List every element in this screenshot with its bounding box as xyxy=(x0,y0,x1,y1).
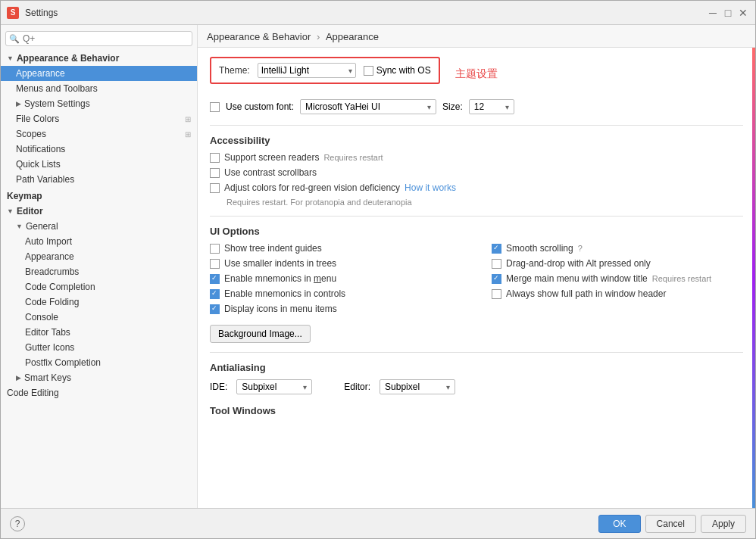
sidebar-item-editor[interactable]: ▼ Editor xyxy=(1,204,197,219)
background-image-button[interactable]: Background Image... xyxy=(210,325,311,343)
window-controls: ─ □ ✕ xyxy=(707,7,749,19)
sidebar-item-editor-appearance[interactable]: Appearance xyxy=(1,249,197,264)
app-icon: S xyxy=(7,7,19,19)
sidebar-item-label: Breadcrumbs xyxy=(25,266,79,277)
mnemonics-menu-checkbox[interactable] xyxy=(210,274,220,284)
smooth-scrolling-checkbox[interactable] xyxy=(492,244,501,254)
sidebar-item-editor-tabs[interactable]: Editor Tabs xyxy=(1,325,197,340)
sidebar-item-label: Appearance & Behavior xyxy=(17,53,119,64)
breadcrumb-separator: › xyxy=(317,31,320,42)
sync-with-os-option[interactable]: Sync with OS xyxy=(364,65,431,76)
scopes-icon: ⊞ xyxy=(185,130,191,139)
sidebar-item-label: Scopes xyxy=(16,129,46,139)
full-path-checkbox[interactable] xyxy=(492,289,501,299)
collapse-arrow: ▼ xyxy=(7,55,14,62)
sidebar-item-console[interactable]: Console xyxy=(1,310,197,325)
chinese-note: 主题设置 xyxy=(455,67,498,81)
close-button[interactable]: ✕ xyxy=(737,7,749,19)
sidebar-item-code-completion[interactable]: Code Completion xyxy=(1,279,197,294)
merge-menu-label: Merge main menu with window title xyxy=(506,273,648,284)
cancel-button[interactable]: Cancel xyxy=(645,515,696,533)
screen-readers-note: Requires restart xyxy=(323,153,383,162)
ok-button[interactable]: OK xyxy=(598,515,640,533)
sidebar-item-smart-keys[interactable]: ▶ Smart Keys xyxy=(1,370,197,385)
breadcrumb: Appearance & Behavior › Appearance xyxy=(207,31,746,42)
ide-anti-arrow: ▾ xyxy=(303,383,307,391)
tree-indent-checkbox[interactable] xyxy=(210,244,220,254)
smooth-scrolling-help[interactable]: ? xyxy=(578,244,583,253)
sidebar-item-gutter-icons[interactable]: Gutter Icons xyxy=(1,340,197,355)
size-select[interactable]: 12 ▾ xyxy=(469,99,514,114)
tree-indent-label: Show tree indent guides xyxy=(224,243,322,254)
title-bar: S Settings ─ □ ✕ xyxy=(1,1,755,25)
collapse-arrow: ▶ xyxy=(16,374,21,382)
sidebar-item-appearance-behavior[interactable]: ▼ Appearance & Behavior xyxy=(1,51,197,66)
editor-antialiasing-select[interactable]: Subpixel ▾ xyxy=(380,379,455,394)
breadcrumb-parent: Appearance & Behavior xyxy=(207,31,311,42)
minimize-button[interactable]: ─ xyxy=(707,7,719,19)
sidebar-item-keymap[interactable]: Keymap xyxy=(1,188,197,204)
panel-header: Appearance & Behavior › Appearance xyxy=(198,25,755,48)
sidebar-item-notifications[interactable]: Notifications xyxy=(1,142,197,157)
maximize-button[interactable]: □ xyxy=(722,7,734,19)
drag-drop-alt-checkbox[interactable] xyxy=(492,259,501,269)
ide-antialiasing-value: Subpixel xyxy=(242,382,300,392)
antialiasing-row: IDE: Subpixel ▾ Editor: Subpixel ▾ xyxy=(210,379,743,394)
antialiasing-title: Antialiasing xyxy=(210,362,743,373)
sidebar-item-postfix-completion[interactable]: Postfix Completion xyxy=(1,355,197,370)
search-input[interactable] xyxy=(23,33,189,44)
search-box[interactable]: 🔍 xyxy=(5,31,192,46)
how-it-works-link[interactable]: How it works xyxy=(405,182,456,193)
tree-indent-option: Show tree indent guides xyxy=(210,243,461,254)
smaller-indents-checkbox[interactable] xyxy=(210,259,220,269)
mnemonics-controls-checkbox[interactable] xyxy=(210,289,220,299)
ide-antialiasing-select[interactable]: Subpixel ▾ xyxy=(236,379,312,394)
editor-label: Editor: xyxy=(344,382,370,392)
color-note: Requires restart. For protanopia and deu… xyxy=(226,198,743,207)
mnemonics-controls-label: Enable mnemonics in controls xyxy=(224,288,345,299)
sidebar-item-code-editing[interactable]: Code Editing xyxy=(1,385,197,400)
theme-select[interactable]: IntelliJ Light ▾ xyxy=(258,63,356,78)
theme-box: Theme: IntelliJ Light ▾ Sync with OS xyxy=(210,57,440,84)
sidebar-item-label: Auto Import xyxy=(25,236,72,247)
sidebar-item-file-colors[interactable]: File Colors ⊞ xyxy=(1,111,197,126)
file-colors-icon: ⊞ xyxy=(185,115,191,123)
sidebar-item-breadcrumbs[interactable]: Breadcrumbs xyxy=(1,264,197,279)
panel-body: Theme: IntelliJ Light ▾ Sync with OS 主题设… xyxy=(198,48,755,508)
screen-readers-label: Support screen readers xyxy=(224,152,319,163)
sidebar-item-general[interactable]: ▼ General xyxy=(1,219,197,234)
sidebar-item-appearance[interactable]: Appearance xyxy=(1,66,197,81)
sidebar-item-auto-import[interactable]: Auto Import xyxy=(1,234,197,249)
window-title: Settings xyxy=(25,8,707,18)
full-path-option: Always show full path in window header xyxy=(492,288,743,299)
sidebar-item-quick-lists[interactable]: Quick Lists xyxy=(1,157,197,172)
sidebar-item-label: Editor Tabs xyxy=(25,327,70,338)
use-custom-font-checkbox[interactable] xyxy=(210,102,220,112)
color-deficiency-checkbox[interactable] xyxy=(210,183,220,193)
size-label: Size: xyxy=(442,101,463,112)
sidebar-item-label: Console xyxy=(25,312,58,322)
sync-os-checkbox[interactable] xyxy=(364,66,373,76)
screen-readers-option: Support screen readers Requires restart xyxy=(210,152,743,163)
display-icons-checkbox[interactable] xyxy=(210,304,220,314)
sidebar-item-code-folding[interactable]: Code Folding xyxy=(1,294,197,310)
ide-label: IDE: xyxy=(210,382,227,392)
screen-readers-checkbox[interactable] xyxy=(210,153,220,163)
sidebar-item-label: Keymap xyxy=(7,191,42,201)
sidebar-item-path-variables[interactable]: Path Variables xyxy=(1,172,197,187)
sidebar-item-menus-toolbars[interactable]: Menus and Toolbars xyxy=(1,81,197,96)
contrast-scrollbars-option: Use contrast scrollbars xyxy=(210,167,743,178)
smaller-indents-label: Use smaller indents in trees xyxy=(224,258,336,269)
drag-drop-alt-label: Drag-and-drop with Alt pressed only xyxy=(506,258,651,269)
sidebar-item-label: Menus and Toolbars xyxy=(16,83,98,94)
font-select[interactable]: Microsoft YaHei UI ▾ xyxy=(300,99,436,114)
sidebar-item-scopes[interactable]: Scopes ⊞ xyxy=(1,126,197,142)
contrast-scrollbars-checkbox[interactable] xyxy=(210,168,220,178)
sidebar-item-system-settings[interactable]: ▶ System Settings xyxy=(1,96,197,111)
merge-menu-note: Requires restart xyxy=(652,274,711,283)
apply-button[interactable]: Apply xyxy=(701,515,746,533)
merge-menu-checkbox[interactable] xyxy=(492,274,501,284)
editor-antialiasing-value: Subpixel xyxy=(385,382,443,392)
side-accent-decoration xyxy=(752,48,755,508)
help-button[interactable]: ? xyxy=(10,516,25,531)
